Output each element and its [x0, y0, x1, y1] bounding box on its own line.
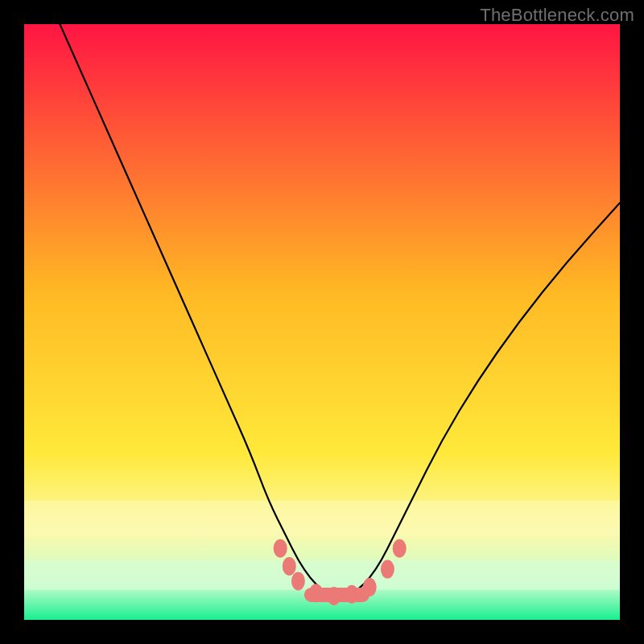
svg-point-12 — [393, 539, 407, 558]
svg-rect-2 — [24, 560, 620, 590]
svg-point-5 — [283, 557, 296, 576]
svg-point-11 — [381, 560, 394, 579]
svg-point-8 — [327, 587, 341, 605]
svg-point-4 — [274, 539, 287, 558]
svg-point-10 — [363, 578, 377, 597]
chart-svg — [24, 24, 620, 620]
svg-point-7 — [309, 584, 323, 602]
watermark-text: TheBottleneck.com — [480, 5, 634, 26]
svg-point-6 — [291, 572, 305, 590]
svg-point-9 — [345, 585, 359, 604]
chart-plot-area — [24, 24, 620, 620]
svg-rect-1 — [24, 501, 620, 536]
chart-frame: TheBottleneck.com — [0, 0, 644, 644]
